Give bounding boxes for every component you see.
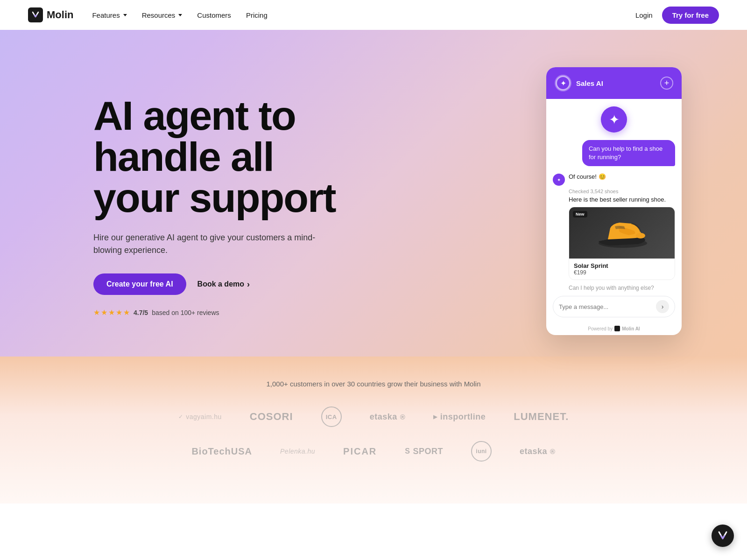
hero-rating: ★ ★ ★ ★ ★ 4.7/5 based on 100+ reviews bbox=[93, 308, 383, 317]
brand-biotech: BioTechUSA bbox=[191, 446, 252, 457]
checked-shoes-text: Checked 3,542 shoes bbox=[569, 189, 675, 194]
customers-tagline: 1,000+ customers in over 30 countries gr… bbox=[28, 380, 719, 388]
chat-header-title: Sales AI bbox=[576, 79, 603, 87]
nav-item-customers[interactable]: Customers bbox=[197, 11, 231, 19]
ai-sparkle-icon: ✦ bbox=[609, 112, 620, 127]
hero-text: AI agent to handle all your support Hire… bbox=[93, 58, 383, 317]
chevron-down-icon bbox=[123, 14, 127, 16]
chat-input-area: › bbox=[553, 296, 675, 317]
brand-ica: ICA bbox=[321, 406, 342, 427]
nav-link-customers[interactable]: Customers bbox=[197, 11, 231, 19]
check-icon: ✓ bbox=[178, 413, 183, 420]
brand-iuni: iuni bbox=[471, 441, 492, 462]
hero-buttons: Create your free AI Book a demo › bbox=[93, 273, 383, 295]
send-icon: › bbox=[662, 303, 664, 310]
star-4: ★ bbox=[116, 308, 122, 317]
navigation: Molin Features Resources Customers bbox=[0, 0, 747, 30]
product-price: €199 bbox=[574, 269, 670, 276]
chat-header: ✦ Sales AI + bbox=[546, 67, 682, 99]
nav-right: Login Try for free bbox=[635, 7, 719, 24]
brand-insportline: ▶ insportline bbox=[433, 412, 486, 422]
nav-item-pricing[interactable]: Pricing bbox=[246, 11, 268, 19]
star-1: ★ bbox=[93, 308, 100, 317]
chat-header-left: ✦ Sales AI bbox=[555, 75, 603, 91]
chat-avatar: ✦ bbox=[555, 75, 571, 91]
product-info: Solar Sprint €199 bbox=[569, 259, 675, 280]
ai-avatar-circle: ✦ bbox=[601, 106, 627, 133]
chevron-down-icon bbox=[178, 14, 182, 16]
nav-link-features[interactable]: Features bbox=[92, 11, 127, 19]
logo-icon bbox=[28, 7, 43, 22]
chat-close-button[interactable]: + bbox=[660, 77, 673, 90]
star-rating: ★ ★ ★ ★ ★ bbox=[93, 308, 130, 317]
product-card[interactable]: New bbox=[569, 207, 675, 280]
arrow-icon: › bbox=[247, 280, 250, 289]
ai-avatar-icon: ✦ bbox=[557, 177, 561, 182]
cta-button[interactable]: Create your free AI bbox=[93, 273, 186, 295]
logo[interactable]: Molin bbox=[28, 7, 73, 22]
ai-response-1: Of course! 😊 bbox=[569, 173, 606, 181]
try-for-free-button[interactable]: Try for free bbox=[662, 7, 719, 24]
svg-point-1 bbox=[636, 233, 645, 238]
rating-text: based on 100+ reviews bbox=[152, 309, 219, 316]
bottom-logo-svg bbox=[717, 530, 729, 542]
book-demo-button[interactable]: Book a demo › bbox=[197, 280, 250, 289]
chat-avatar-inner: ✦ bbox=[556, 76, 571, 91]
can-help-text: Can I help you with anything else? bbox=[569, 285, 675, 291]
nav-link-pricing[interactable]: Pricing bbox=[246, 11, 268, 19]
footer-text: Powered by bbox=[588, 326, 613, 331]
insportline-icon: ▶ bbox=[433, 414, 437, 420]
star-2: ★ bbox=[101, 308, 107, 317]
best-seller-text: Here is the best seller running shoe. bbox=[569, 196, 675, 203]
chat-body: Can you help to find a shoe for running?… bbox=[546, 136, 682, 323]
footer-brand: Molin AI bbox=[622, 326, 640, 331]
plus-icon: + bbox=[664, 79, 669, 87]
logo-row-1: ✓ vagyaim.hu COSORI ICA etaska® ▶ inspor… bbox=[28, 406, 719, 427]
logo-text: Molin bbox=[47, 9, 73, 21]
nav-left: Molin Features Resources Customers bbox=[28, 7, 268, 22]
hero-headline: AI agent to handle all your support bbox=[93, 95, 383, 218]
brand-vagyaim: ✓ vagyaim.hu bbox=[178, 413, 222, 420]
nav-item-features[interactable]: Features bbox=[92, 11, 127, 19]
chat-footer: Powered by Molin AI bbox=[546, 323, 682, 335]
footer-logo-icon bbox=[614, 326, 620, 331]
ai-message-avatar: ✦ bbox=[553, 174, 565, 186]
rating-score: 4.7/5 bbox=[134, 309, 148, 316]
chat-footer-logo: Powered by Molin AI bbox=[588, 326, 640, 331]
shoe-image bbox=[594, 214, 650, 252]
brand-cosori: COSORI bbox=[250, 411, 293, 423]
customers-section: 1,000+ customers in over 30 countries gr… bbox=[0, 357, 747, 504]
brand-ssport: SSPORT bbox=[405, 447, 443, 456]
chat-ai-avatar-center: ✦ bbox=[546, 99, 682, 136]
brand-pelenka: Pelenka.hu bbox=[280, 448, 315, 455]
nav-item-resources[interactable]: Resources bbox=[142, 11, 183, 19]
ai-message-1: ✦ Of course! 😊 bbox=[553, 173, 675, 186]
brand-etaska-1: etaska® bbox=[370, 412, 406, 422]
product-name: Solar Sprint bbox=[574, 262, 670, 269]
login-button[interactable]: Login bbox=[635, 11, 653, 19]
star-5-half: ★ bbox=[123, 308, 130, 317]
product-new-badge: New bbox=[573, 211, 587, 217]
brand-lumenet: LUMENET. bbox=[514, 411, 569, 423]
chat-send-button[interactable]: › bbox=[656, 300, 669, 313]
brand-picar: PICAR bbox=[343, 446, 377, 457]
hero-section: AI agent to handle all your support Hire… bbox=[0, 30, 747, 357]
chat-input[interactable] bbox=[559, 303, 656, 310]
chat-widget: ✦ Sales AI + ✦ Can you help to find a sh… bbox=[546, 67, 682, 335]
product-image: New bbox=[569, 207, 675, 259]
logo-row-2: BioTechUSA Pelenka.hu PICAR SSPORT iuni … bbox=[28, 441, 719, 462]
brand-etaska-2: etaska® bbox=[520, 447, 556, 456]
bottom-logo[interactable] bbox=[712, 525, 734, 547]
star-3: ★ bbox=[108, 308, 115, 317]
nav-links: Features Resources Customers Pricing bbox=[92, 11, 267, 19]
user-message-bubble: Can you help to find a shoe for running? bbox=[582, 140, 675, 166]
nav-link-resources[interactable]: Resources bbox=[142, 11, 183, 19]
sparkle-icon: ✦ bbox=[560, 79, 566, 88]
hero-subtext: Hire our generative AI agent to give you… bbox=[93, 231, 317, 257]
